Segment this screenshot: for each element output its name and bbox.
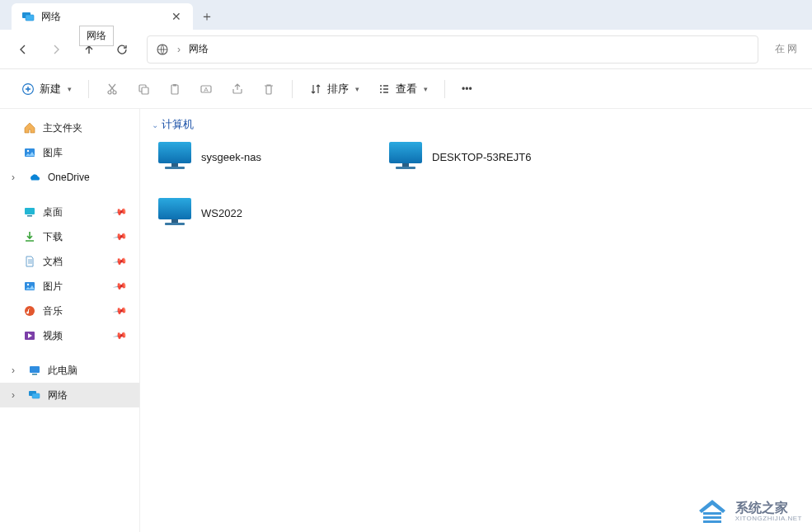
pictures-icon	[23, 280, 36, 293]
svg-rect-14	[25, 208, 35, 214]
network-icon	[21, 10, 35, 23]
svg-rect-15	[27, 215, 32, 217]
sidebar-label: 主文件夹	[43, 121, 82, 135]
tab-bar: 网络 ✕ ＋	[0, 0, 812, 30]
thispc-icon	[28, 364, 41, 377]
home-icon	[23, 121, 36, 134]
document-icon	[23, 255, 36, 268]
svg-rect-30	[158, 198, 191, 219]
forward-button[interactable]	[41, 35, 71, 64]
address-bar[interactable]: › 网络	[147, 35, 758, 64]
dropdown-chevron-icon: ▾	[355, 85, 359, 93]
gallery-icon	[23, 146, 36, 159]
sort-icon	[309, 82, 322, 96]
sidebar-item-thispc[interactable]: 此电脑	[0, 358, 139, 383]
globe-icon	[156, 43, 169, 56]
computer-item[interactable]: sysgeek-nas	[152, 137, 366, 177]
pin-icon: 📌	[113, 254, 129, 270]
pin-icon: 📌	[113, 279, 129, 294]
new-tab-button[interactable]: ＋	[193, 3, 221, 30]
svg-rect-28	[402, 163, 409, 167]
trash-icon	[262, 82, 275, 96]
sidebar-label: 图片	[43, 280, 63, 294]
back-button[interactable]	[8, 35, 38, 64]
toolbar-divider	[444, 80, 445, 98]
music-icon	[23, 304, 36, 318]
computer-icon	[157, 196, 193, 229]
content-pane: ⌄ 计算机 sysgeek-nasDESKTOP-53REJT6WS2022	[140, 109, 812, 532]
sidebar-item-downloads[interactable]: 下载 📌	[0, 224, 139, 249]
sidebar-item-network[interactable]: 网络	[0, 383, 139, 407]
dropdown-chevron-icon: ▾	[424, 85, 428, 93]
sidebar-label: 桌面	[43, 205, 63, 219]
computer-items: sysgeek-nasDESKTOP-53REJT6WS2022	[152, 137, 800, 233]
onedrive-icon	[28, 171, 41, 184]
collapse-chevron-icon: ⌄	[152, 120, 158, 129]
computer-label: sysgeek-nas	[201, 151, 261, 163]
search-hint[interactable]: 在 网	[768, 42, 804, 56]
toolbar: 新建 ▾ A 排序 ▾ 查看 ▾ •••	[0, 69, 812, 109]
group-header-computers[interactable]: ⌄ 计算机	[152, 117, 800, 132]
tab-close-button[interactable]: ✕	[168, 8, 185, 25]
sidebar-item-home[interactable]: 主文件夹	[0, 115, 139, 140]
sidebar-item-onedrive[interactable]: OneDrive	[0, 165, 139, 190]
svg-point-17	[27, 284, 29, 285]
ellipsis-icon: •••	[462, 83, 472, 95]
svg-rect-31	[171, 219, 178, 223]
paste-icon	[168, 82, 181, 96]
svg-rect-8	[171, 85, 178, 94]
sidebar-item-gallery[interactable]: 图库	[0, 140, 139, 165]
computer-item[interactable]: WS2022	[152, 193, 366, 233]
new-button[interactable]: 新建 ▾	[15, 75, 78, 103]
pin-icon: 📌	[113, 304, 129, 319]
pin-icon: 📌	[113, 229, 129, 245]
watermark: 系统之家 XITONGZHIJIA.NET	[696, 497, 802, 525]
sidebar-label: 文档	[43, 255, 63, 269]
view-icon	[378, 82, 391, 96]
svg-text:A: A	[204, 86, 209, 93]
computer-item[interactable]: DESKTOP-53REJT6	[383, 137, 597, 177]
group-label: 计算机	[162, 117, 194, 132]
pin-icon: 📌	[113, 205, 129, 220]
svg-rect-23	[32, 393, 40, 398]
tab-tooltip: 网络	[79, 26, 114, 46]
video-icon	[23, 329, 36, 342]
svg-rect-1	[26, 15, 34, 21]
sidebar-label: OneDrive	[48, 172, 90, 183]
svg-point-13	[27, 150, 29, 152]
sidebar-item-documents[interactable]: 文档 📌	[0, 249, 139, 274]
sidebar-item-desktop[interactable]: 桌面 📌	[0, 200, 139, 224]
rename-icon: A	[199, 82, 213, 96]
svg-rect-32	[165, 223, 185, 225]
main-area: 主文件夹 图库 OneDrive 桌面 📌 下载 📌 文档 📌 图片	[0, 109, 812, 532]
sidebar: 主文件夹 图库 OneDrive 桌面 📌 下载 📌 文档 📌 图片	[0, 109, 140, 532]
sidebar-label: 网络	[48, 388, 68, 403]
desktop-icon	[23, 205, 36, 219]
share-icon	[231, 82, 244, 96]
svg-rect-26	[165, 167, 185, 169]
svg-rect-27	[389, 142, 422, 163]
sidebar-item-videos[interactable]: 视频 📌	[0, 323, 139, 348]
svg-point-4	[108, 91, 111, 94]
sort-button[interactable]: 排序 ▾	[303, 75, 366, 103]
paste-button[interactable]	[162, 75, 188, 103]
copy-button[interactable]	[130, 75, 157, 103]
more-button[interactable]: •••	[455, 75, 479, 103]
address-location[interactable]: 网络	[189, 42, 209, 56]
nav-row: › 网络 在 网	[0, 30, 812, 69]
svg-rect-9	[173, 84, 176, 87]
computer-icon	[387, 140, 424, 173]
share-button[interactable]	[224, 75, 251, 103]
dropdown-chevron-icon: ▾	[68, 85, 72, 93]
download-icon	[23, 230, 36, 243]
sidebar-item-pictures[interactable]: 图片 📌	[0, 274, 139, 299]
sidebar-item-music[interactable]: 音乐 📌	[0, 299, 139, 323]
plus-circle-icon	[21, 82, 35, 96]
sidebar-label: 音乐	[43, 304, 63, 318]
computer-label: WS2022	[201, 207, 242, 219]
rename-button[interactable]: A	[193, 75, 219, 103]
view-button[interactable]: 查看 ▾	[371, 75, 434, 103]
cut-button[interactable]	[99, 75, 125, 103]
delete-button[interactable]	[256, 75, 282, 103]
watermark-sub: XITONGZHIJIA.NET	[735, 515, 802, 522]
